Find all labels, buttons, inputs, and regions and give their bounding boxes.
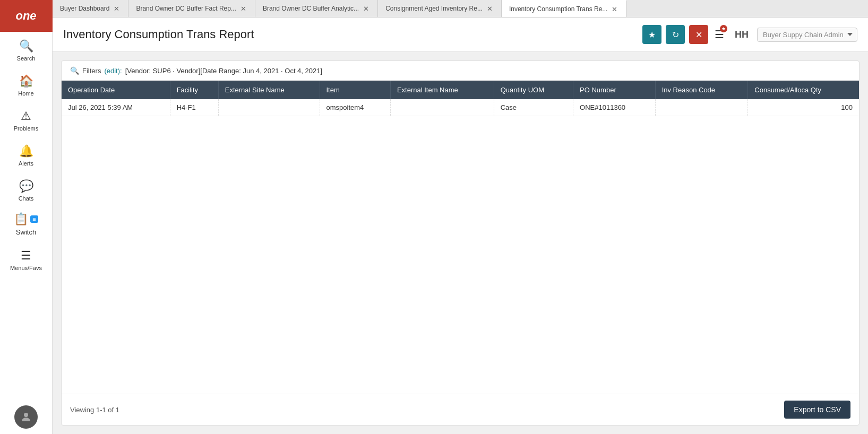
switch-icon: 📋 — [14, 212, 28, 226]
refresh-icon: ↻ — [672, 30, 679, 40]
avatar-icon — [20, 411, 32, 423]
menu-button[interactable]: ☰ ★ — [712, 26, 726, 43]
filter-text: [Vendor: SUP6 · Vendor][Date Range: Jun … — [125, 67, 322, 75]
switch-badge: ≡ — [30, 215, 38, 223]
alerts-icon: 🔔 — [19, 144, 33, 158]
app-logo[interactable]: one — [0, 0, 53, 32]
svg-point-0 — [24, 413, 28, 417]
header-actions: ★ ↻ ✕ ☰ ★ HH Buyer Suppy Chain Admin — [642, 25, 857, 44]
tab-consignment-aged-inventory[interactable]: Consignment Aged Inventory Re... ✕ — [378, 0, 502, 17]
favorite-button[interactable]: ★ — [642, 25, 661, 44]
tab-close-brand-owner-dc-buffer-fact[interactable]: ✕ — [239, 5, 247, 12]
col-external-site-name: External Site Name — [218, 81, 320, 99]
close-icon: ✕ — [695, 30, 702, 40]
home-icon: 🏠 — [19, 74, 33, 88]
col-operation-date: Operation Date — [62, 81, 170, 99]
tab-brand-owner-dc-buffer-fact[interactable]: Brand Owner DC Buffer Fact Rep... ✕ — [128, 0, 255, 17]
search-icon: 🔍 — [19, 39, 33, 53]
page-header: Inventory Consumption Trans Report ★ ↻ ✕… — [53, 18, 868, 52]
refresh-button[interactable]: ↻ — [666, 25, 685, 44]
tab-inventory-consumption-trans[interactable]: Inventory Consumption Trans Re... ✕ — [502, 0, 626, 17]
viewing-text: Viewing 1-1 of 1 — [70, 406, 119, 414]
sidebar-item-label-chats: Chats — [19, 195, 34, 202]
report-container: 🔍 Filters (edit): [Vendor: SUP6 · Vendor… — [61, 60, 860, 426]
filter-edit-link[interactable]: (edit): — [104, 67, 122, 75]
table-cell — [390, 99, 494, 116]
tab-label-brand-owner-dc-buffer-analytic: Brand Owner DC Buffer Analytic... — [263, 5, 359, 12]
sidebar-item-label-problems: Problems — [14, 125, 38, 132]
tab-close-consignment-aged-inventory[interactable]: ✕ — [486, 5, 494, 12]
chats-icon: 💬 — [19, 179, 33, 193]
sidebar-item-search[interactable]: 🔍 Search — [0, 32, 52, 67]
tab-brand-owner-dc-buffer-analytic[interactable]: Brand Owner DC Buffer Analytic... ✕ — [255, 0, 378, 17]
table-cell — [655, 99, 748, 116]
logo-text: one — [15, 9, 36, 23]
filter-label: Filters — [82, 67, 101, 75]
table-row: Jul 26, 2021 5:39 AMH4-F1omspoitem4CaseO… — [62, 99, 859, 116]
sidebar-item-label-home: Home — [18, 90, 33, 97]
menu-badge: ★ — [720, 25, 727, 32]
tab-label-buyer-dashboard: Buyer Dashboard — [60, 5, 109, 12]
content-area: 🔍 Filters (edit): [Vendor: SUP6 · Vendor… — [53, 52, 868, 434]
tab-label-inventory-consumption-trans: Inventory Consumption Trans Re... — [509, 5, 607, 13]
sidebar-item-label-menus: Menus/Favs — [10, 265, 42, 271]
tab-close-brand-owner-dc-buffer-analytic[interactable]: ✕ — [362, 5, 370, 12]
col-po-number: PO Number — [573, 81, 656, 99]
table-cell: omspoitem4 — [320, 99, 390, 116]
filter-icon: 🔍 — [70, 66, 79, 75]
table-footer: Viewing 1-1 of 1 Export to CSV — [62, 394, 859, 425]
sidebar-item-label-alerts: Alerts — [19, 160, 33, 167]
table-cell: Jul 26, 2021 5:39 AM — [62, 99, 170, 116]
col-facility: Facility — [170, 81, 218, 99]
col-inv-reason-code: Inv Reason Code — [655, 81, 748, 99]
export-csv-button[interactable]: Export to CSV — [784, 401, 850, 419]
sidebar-item-problems[interactable]: ⚠ Problems — [0, 102, 52, 137]
sidebar-item-label-switch: Switch — [16, 228, 36, 236]
tab-close-inventory-consumption-trans[interactable]: ✕ — [611, 6, 618, 13]
page-title: Inventory Consumption Trans Report — [63, 28, 642, 41]
sidebar-item-label-search: Search — [17, 55, 36, 62]
table-header-row: Operation Date Facility External Site Na… — [62, 81, 859, 99]
sidebar-item-alerts[interactable]: 🔔 Alerts — [0, 137, 52, 172]
col-external-item-name: External Item Name — [390, 81, 494, 99]
close-report-button[interactable]: ✕ — [689, 25, 708, 44]
sidebar: one 🔍 Search 🏠 Home ⚠ Problems 🔔 Alerts … — [0, 0, 53, 434]
star-icon: ★ — [648, 30, 656, 40]
tab-label-brand-owner-dc-buffer-fact: Brand Owner DC Buffer Fact Rep... — [136, 5, 236, 12]
col-item: Item — [320, 81, 390, 99]
sidebar-item-chats[interactable]: 💬 Chats — [0, 172, 52, 207]
table-cell — [218, 99, 320, 116]
sidebar-item-menus[interactable]: ☰ Menus/Favs — [0, 241, 52, 276]
problems-icon: ⚠ — [21, 109, 31, 123]
user-avatar[interactable] — [14, 405, 38, 429]
user-initials: HH — [731, 29, 753, 40]
table-cell: H4-F1 — [170, 99, 218, 116]
main-area: Buyer Dashboard ✕ Brand Owner DC Buffer … — [53, 0, 868, 434]
table-cell: ONE#1011360 — [573, 99, 656, 116]
tab-label-consignment-aged-inventory: Consignment Aged Inventory Re... — [385, 5, 483, 12]
table-cell: Case — [494, 99, 573, 116]
data-table: Operation Date Facility External Site Na… — [62, 81, 859, 116]
tab-buyer-dashboard[interactable]: Buyer Dashboard ✕ — [53, 0, 128, 17]
user-role-select[interactable]: Buyer Suppy Chain Admin — [757, 28, 857, 42]
sidebar-item-switch[interactable]: 📋 ≡ Switch — [0, 207, 52, 241]
menus-icon: ☰ — [21, 249, 31, 263]
tab-bar: Buyer Dashboard ✕ Brand Owner DC Buffer … — [53, 0, 868, 18]
col-consumed-alloca-qty: Consumed/Alloca Qty — [748, 81, 859, 99]
col-quantity-uom: Quantity UOM — [494, 81, 573, 99]
tab-close-buyer-dashboard[interactable]: ✕ — [113, 5, 121, 12]
table-cell: 100 — [748, 99, 859, 116]
table-wrapper: Operation Date Facility External Site Na… — [62, 81, 859, 394]
sidebar-item-home[interactable]: 🏠 Home — [0, 67, 52, 102]
filter-bar: 🔍 Filters (edit): [Vendor: SUP6 · Vendor… — [62, 61, 859, 81]
